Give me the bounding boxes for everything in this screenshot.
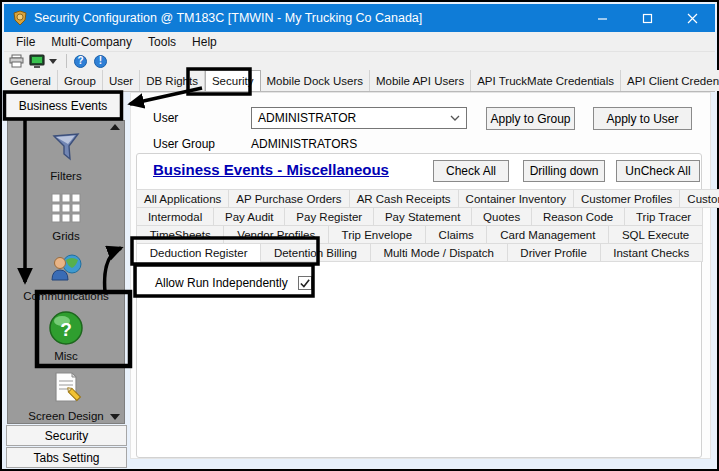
sidebar-label-grids: Grids (52, 230, 79, 242)
allow-run-label: Allow Run Independently (155, 276, 288, 290)
category-tab[interactable]: Deduction Register (136, 243, 261, 262)
category-tab[interactable]: Detention Billing (260, 243, 371, 262)
main-tab[interactable]: Mobile API Users (370, 70, 471, 91)
main-tab[interactable]: General (4, 70, 58, 91)
toolbar: ? ! (4, 52, 715, 70)
print-icon[interactable] (8, 54, 25, 69)
user-group-label: User Group (153, 137, 215, 151)
user-group-value: ADMINISTRATORS (251, 137, 357, 151)
menu-bar: FileMulti-CompanyToolsHelp (4, 32, 715, 52)
category-tab[interactable]: Multi Mode / Dispatch (370, 243, 508, 262)
sidebar-label-misc: Misc (54, 350, 78, 362)
uncheck-all-button[interactable]: UnCheck All (616, 160, 700, 182)
sidebar: Business Events Filters (5, 92, 128, 464)
category-tab[interactable]: Trip Envelope (328, 225, 426, 244)
main-tab[interactable]: API TruckMate Credentials (471, 70, 621, 91)
screen-select-icon[interactable] (28, 54, 45, 69)
category-tab[interactable]: Driver Profile (507, 243, 601, 262)
groupbox-heading: Business Events - Miscellaneous (153, 161, 389, 178)
category-tab-row-1: All ApplicationsAP Purchase OrdersAR Cas… (137, 190, 703, 208)
business-events-groupbox: Business Events - Miscellaneous Check Al… (136, 153, 702, 458)
category-tab[interactable]: TimeSheets (136, 225, 224, 244)
sidebar-item-filters[interactable]: Filters (8, 129, 124, 182)
category-tab[interactable]: Intermodal (136, 207, 214, 226)
category-tab[interactable]: Card Management (486, 225, 609, 244)
sidebar-item-communications[interactable]: Communications (8, 249, 124, 302)
dropdown-caret-icon[interactable] (49, 59, 57, 64)
category-tab[interactable]: Pay Audit (213, 207, 285, 226)
screen-design-icon (47, 369, 85, 407)
sidebar-security-button[interactable]: Security (6, 425, 127, 446)
category-tab-rows: All ApplicationsAP Purchase OrdersAR Cas… (137, 190, 703, 262)
main-tab[interactable]: User (103, 70, 140, 91)
apply-to-group-button[interactable]: Apply to Group (486, 107, 575, 130)
category-tab[interactable]: Container Inventory (458, 189, 574, 208)
category-tab-row-3: TimeSheetsVendor ProfilesTrip EnvelopeCl… (137, 226, 703, 244)
minimize-button[interactable] (580, 4, 625, 32)
sidebar-item-misc[interactable]: ? Misc (8, 309, 124, 362)
menu-item[interactable]: File (8, 32, 43, 52)
info-icon[interactable]: ! (92, 54, 109, 69)
allow-run-checkbox[interactable] (298, 276, 312, 290)
category-tab-row-2: IntermodalPay AuditPay RegisterPay State… (137, 208, 703, 226)
svg-text:?: ? (60, 319, 72, 340)
filters-icon (47, 129, 85, 167)
category-tab[interactable]: Customer Profiles (573, 189, 680, 208)
title-bar: Security Configuration @ TM183C [TMWIN -… (4, 4, 715, 32)
category-tab[interactable]: All Applications (136, 189, 229, 208)
category-tab[interactable]: SQL Execute (608, 225, 703, 244)
category-tab[interactable]: Vendor Profiles (223, 225, 328, 244)
main-tab-strip: GeneralGroupUserDB RightsSecurityMobile … (4, 70, 715, 92)
category-tab-row-4: Deduction RegisterDetention BillingMulti… (137, 244, 703, 262)
category-tab[interactable]: Customer Service (679, 189, 719, 208)
category-tab[interactable]: Instant Checks (600, 243, 703, 262)
category-tab[interactable]: Trip Tracer (624, 207, 703, 226)
sidebar-item-screen-design[interactable]: Screen Design (8, 369, 124, 422)
drilling-down-button[interactable]: Drilling down (523, 160, 605, 182)
main-tab[interactable]: Mobile Dock Users (261, 70, 371, 91)
sidebar-tabs-setting-button[interactable]: Tabs Setting (6, 447, 127, 468)
chevron-down-icon (450, 115, 460, 121)
category-tab[interactable]: AP Purchase Orders (228, 189, 349, 208)
sidebar-label-screen-design: Screen Design (28, 410, 103, 422)
main-tab[interactable]: Group (58, 70, 103, 91)
sidebar-business-events-button[interactable]: Business Events (5, 93, 121, 118)
close-button[interactable] (670, 4, 715, 32)
user-label: User (153, 111, 178, 125)
help-icon[interactable]: ? (72, 54, 89, 69)
sidebar-label-communications: Communications (23, 290, 109, 302)
maximize-button[interactable] (625, 4, 670, 32)
window-title: Security Configuration @ TM183C [TMWIN -… (34, 11, 422, 25)
toolbar-separator (66, 54, 67, 68)
grids-icon (47, 189, 85, 227)
app-window: Security Configuration @ TM183C [TMWIN -… (0, 0, 719, 471)
category-tab[interactable]: Pay Register (284, 207, 374, 226)
menu-item[interactable]: Multi-Company (43, 32, 140, 52)
allow-run-row: Allow Run Independently (155, 276, 312, 290)
user-dropdown[interactable]: ADMINISTRATOR (251, 107, 467, 129)
sidebar-item-grids[interactable]: Grids (8, 189, 124, 242)
security-tab-page: User ADMINISTRATOR Apply to Group Apply … (130, 92, 711, 459)
main-tab[interactable]: DB Rights (140, 70, 205, 91)
main-tab[interactable]: Security (205, 70, 261, 91)
checkmark-icon (299, 277, 311, 289)
apply-to-user-button[interactable]: Apply to User (593, 107, 692, 130)
category-tab[interactable]: Pay Statement (373, 207, 472, 226)
scroll-up-icon[interactable] (110, 124, 120, 130)
communications-icon (47, 249, 85, 287)
misc-icon: ? (47, 309, 85, 347)
sidebar-panel: Filters Grids (7, 120, 125, 424)
category-tab[interactable]: Reason Code (531, 207, 625, 226)
menu-item[interactable]: Help (184, 32, 225, 52)
scroll-down-icon[interactable] (110, 414, 120, 420)
window-controls (580, 4, 715, 32)
sidebar-label-filters: Filters (50, 170, 81, 182)
check-all-button[interactable]: Check All (433, 160, 509, 182)
app-badge-icon (12, 10, 28, 26)
category-tab[interactable]: Quotes (471, 207, 532, 226)
category-tab[interactable]: Claims (425, 225, 488, 244)
menu-item[interactable]: Tools (140, 32, 184, 52)
user-dropdown-value: ADMINISTRATOR (258, 111, 356, 125)
main-tab[interactable]: API Client Credentials (621, 70, 719, 91)
category-tab[interactable]: AR Cash Receipts (349, 189, 459, 208)
